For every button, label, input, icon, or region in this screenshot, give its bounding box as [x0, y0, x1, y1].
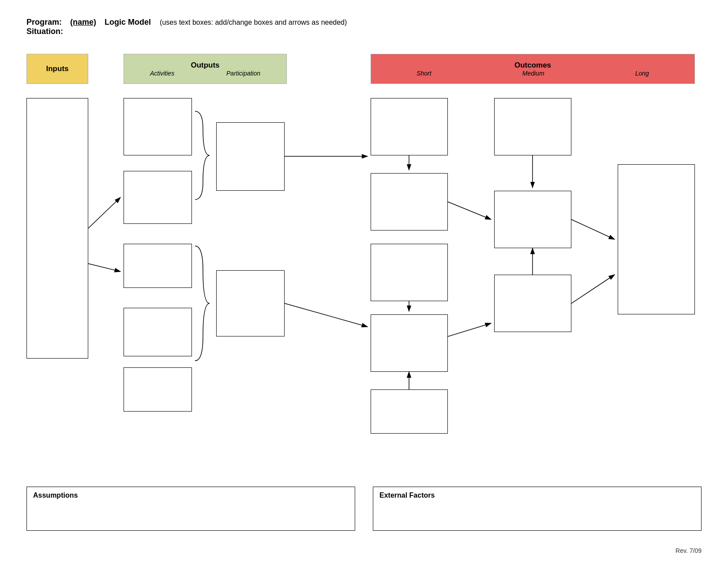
outputs-label: Outputs	[191, 61, 219, 70]
assumptions-box[interactable]: Assumptions	[26, 487, 355, 531]
short-outcome-box-4[interactable]	[371, 314, 448, 372]
program-name: (name)	[70, 18, 96, 26]
inputs-box[interactable]	[26, 98, 88, 359]
activity-box-5[interactable]	[124, 367, 192, 412]
outcomes-header: Outcomes Short Medium Long	[371, 54, 695, 84]
page: Program: (name) Logic Model (uses text b…	[0, 0, 728, 563]
external-factors-box[interactable]: External Factors	[373, 487, 702, 531]
model-label: Logic Model	[105, 18, 151, 26]
short-outcome-box-3[interactable]	[371, 244, 448, 301]
situation-label: Situation:	[26, 27, 702, 36]
short-outcome-box-5[interactable]	[371, 389, 448, 434]
svg-line-10	[571, 275, 615, 303]
outputs-header: Outputs Activities Participation	[124, 54, 287, 84]
long-outcome-box[interactable]	[618, 164, 695, 314]
medium-outcome-box-1[interactable]	[494, 98, 571, 155]
assumptions-label: Assumptions	[33, 491, 349, 499]
short-outcome-box-1[interactable]	[371, 98, 448, 155]
participation-box-1[interactable]	[216, 122, 285, 191]
outputs-sub2: Participation	[226, 70, 260, 77]
svg-line-6	[448, 202, 491, 219]
outcomes-sub3: Long	[635, 70, 649, 77]
svg-line-11	[448, 323, 491, 336]
activity-box-4[interactable]	[124, 308, 192, 356]
medium-outcome-box-2[interactable]	[494, 191, 571, 248]
outcomes-sub2: Medium	[522, 70, 544, 77]
svg-line-1	[88, 197, 120, 228]
activity-box-3[interactable]	[124, 244, 192, 288]
diagram: Inputs Outputs Activities Participation …	[26, 54, 702, 473]
bottom-section: Assumptions External Factors	[26, 487, 702, 531]
short-outcome-box-2[interactable]	[371, 173, 448, 230]
model-note: (uses text boxes: add/change boxes and a…	[160, 19, 347, 26]
program-label: Program:	[26, 18, 62, 26]
medium-outcome-box-3[interactable]	[494, 275, 571, 332]
svg-line-4	[285, 303, 368, 327]
outcomes-label: Outcomes	[514, 61, 551, 70]
svg-line-2	[88, 264, 120, 272]
inputs-header: Inputs	[26, 54, 88, 84]
activity-box-2[interactable]	[124, 171, 192, 224]
participation-box-2[interactable]	[216, 270, 285, 336]
svg-line-9	[571, 219, 615, 239]
outputs-sub1: Activities	[150, 70, 174, 77]
external-factors-label: External Factors	[379, 491, 695, 499]
header: Program: (name) Logic Model (uses text b…	[26, 18, 702, 36]
header-line1: Program: (name) Logic Model (uses text b…	[26, 18, 702, 27]
outcomes-sub1: Short	[417, 70, 431, 77]
inputs-label: Inputs	[46, 64, 69, 73]
revision-note: Rev. 7/09	[675, 547, 702, 554]
activity-box-1[interactable]	[124, 98, 192, 155]
